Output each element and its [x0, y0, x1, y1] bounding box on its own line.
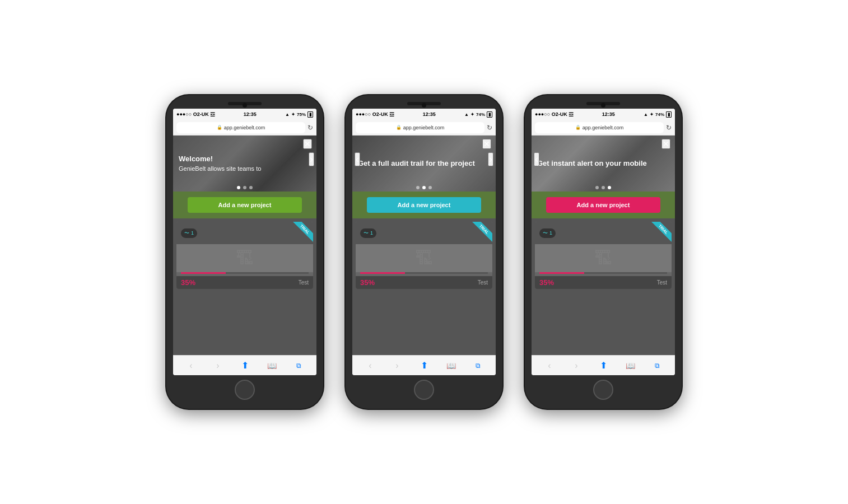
home-button-2[interactable]	[414, 380, 434, 400]
home-button-1[interactable]	[235, 380, 255, 400]
project-thumb-icon-3: 🏗	[594, 248, 612, 269]
project-name-2: Test	[478, 279, 488, 286]
promo-cta-row-1: Add a new project	[173, 192, 316, 218]
forward-button-3[interactable]: ›	[567, 357, 585, 375]
url-input-1[interactable]: 🔒 app.geniebelt.com	[176, 122, 305, 133]
phone-screen-1: ●●●○○ O2-UK ☲ 12:35 ▲ ✦ 75% ▮ 🔒 app.geni…	[173, 109, 316, 375]
address-bar-2: 🔒 app.geniebelt.com ↻	[352, 120, 496, 136]
prev-button-2[interactable]: ‹	[355, 152, 360, 166]
project-footer-2: 35% Test	[356, 276, 492, 289]
add-project-button-2[interactable]: Add a new project	[367, 197, 482, 213]
lock-icon-3: 🔒	[575, 125, 581, 130]
promo-text-1: Welcome! GenieBelt allows site teams to	[173, 136, 316, 192]
activity-count-1: 1	[191, 230, 194, 236]
phone-3: ●●●○○ O2-UK ☲ 12:35 ▲ ✦ 74% ▮ 🔒 app.geni…	[525, 95, 682, 409]
home-button-3[interactable]	[593, 380, 613, 400]
lock-icon-2: 🔒	[396, 125, 402, 130]
prev-button-3[interactable]: ‹	[534, 152, 539, 166]
back-button-3[interactable]: ‹	[541, 357, 558, 375]
promo-subtitle-3: Get instant alert on your mobile	[537, 159, 657, 169]
add-project-button-1[interactable]: Add a new project	[188, 197, 302, 213]
time-2: 12:35	[423, 111, 436, 117]
forward-button-1[interactable]: ›	[209, 357, 227, 375]
trial-label-2: TRIAL	[472, 222, 492, 242]
tabs-button-3[interactable]: ⧉	[648, 357, 666, 375]
next-button-2[interactable]: ›	[488, 152, 493, 166]
carrier-3: ●●●○○ O2-UK	[535, 111, 567, 117]
close-button-3[interactable]: ✕	[661, 139, 670, 149]
battery-icon-3: ▮	[666, 111, 672, 118]
progress-fill-3	[539, 272, 584, 274]
progress-fill-2	[360, 272, 405, 274]
battery-icon-1: ▮	[307, 111, 313, 118]
share-button-1[interactable]: ⬆	[236, 357, 254, 375]
promo-banner-2: ✕ Get a full audit trail for the project…	[352, 136, 496, 218]
dot-1-3	[249, 186, 253, 189]
dot-3-2	[602, 186, 605, 189]
dot-3-3	[608, 186, 611, 189]
bookmarks-button-2[interactable]: 📖	[442, 357, 460, 375]
refresh-icon-3[interactable]: ↻	[666, 124, 672, 132]
dot-2-1	[416, 186, 420, 189]
bookmarks-button-1[interactable]: 📖	[263, 357, 281, 375]
app-content-2: ✕ Get a full audit trail for the project…	[352, 136, 496, 355]
safari-bar-3: ‹ › ⬆ 📖 ⧉	[532, 355, 675, 375]
project-card-2[interactable]: 〜 1 TRIAL 🏗 35% Test	[356, 222, 492, 289]
phone-camera-3	[601, 103, 605, 108]
refresh-icon-1[interactable]: ↻	[307, 124, 313, 132]
share-button-2[interactable]: ⬆	[415, 357, 433, 375]
safari-bar-1: ‹ › ⬆ 📖 ⧉	[173, 355, 316, 375]
activity-badge-3: 〜 1	[539, 228, 556, 238]
tabs-button-2[interactable]: ⧉	[469, 357, 487, 375]
promo-cta-row-2: Add a new project	[352, 192, 496, 218]
address-bar-3: 🔒 app.geniebelt.com ↻	[532, 120, 675, 136]
progress-bar-2	[360, 272, 488, 274]
battery-icon-2: ▮	[487, 111, 492, 118]
location-icon-1: ▲	[285, 112, 290, 117]
url-input-3[interactable]: 🔒 app.geniebelt.com	[535, 122, 664, 133]
promo-text-2: Get a full audit trail for the project	[352, 136, 496, 192]
bluetooth-icon-3: ✦	[650, 112, 654, 117]
next-button-1[interactable]: ›	[309, 152, 314, 166]
forward-button-2[interactable]: ›	[388, 357, 406, 375]
share-button-3[interactable]: ⬆	[594, 357, 612, 375]
wifi-icon-1: ☲	[210, 111, 215, 118]
status-right-2: ▲ ✦ 74% ▮	[464, 111, 492, 118]
promo-title-1: Welcome!	[179, 155, 299, 163]
address-bar-1: 🔒 app.geniebelt.com ↻	[173, 120, 316, 136]
status-left-1: ●●●○○ O2-UK ☲	[176, 111, 215, 118]
close-button-1[interactable]: ✕	[303, 139, 312, 149]
project-card-1[interactable]: 〜 1 TRIAL 🏗 35% Test	[176, 222, 313, 289]
status-left-3: ●●●○○ O2-UK ☲	[535, 111, 574, 118]
tabs-button-1[interactable]: ⧉	[290, 357, 307, 375]
bookmarks-button-3[interactable]: 📖	[621, 357, 639, 375]
close-button-2[interactable]: ✕	[482, 139, 491, 149]
bluetooth-icon-2: ✦	[470, 112, 474, 117]
dot-1-2	[243, 186, 246, 189]
url-input-2[interactable]: 🔒 app.geniebelt.com	[356, 122, 484, 133]
dot-2-2	[422, 186, 426, 189]
activity-icon-1: 〜	[184, 230, 189, 237]
progress-bar-3	[539, 272, 667, 274]
battery-3: 74%	[655, 112, 664, 117]
trial-ribbon-2: TRIAL	[464, 222, 492, 250]
carrier-2: ●●●○○ O2-UK	[356, 111, 388, 117]
project-area-1: 〜 1 TRIAL 🏗 35% Test	[173, 218, 316, 355]
phone-screen-2: ●●●○○ O2-UK ☲ 12:35 ▲ ✦ 74% ▮ 🔒 app.geni…	[352, 109, 496, 375]
back-button-2[interactable]: ‹	[361, 357, 379, 375]
back-button-1[interactable]: ‹	[182, 357, 200, 375]
refresh-icon-2[interactable]: ↻	[487, 124, 492, 132]
add-project-button-3[interactable]: Add a new project	[546, 197, 661, 213]
progress-fill-1	[181, 272, 226, 274]
time-3: 12:35	[602, 111, 615, 117]
phone-camera-2	[422, 103, 426, 108]
project-card-3[interactable]: 〜 1 TRIAL 🏗 35% Test	[535, 222, 672, 289]
promo-banner-1: ✕ Welcome! GenieBelt allows site teams t…	[173, 136, 316, 218]
phone-1: ●●●○○ O2-UK ☲ 12:35 ▲ ✦ 75% ▮ 🔒 app.geni…	[166, 95, 323, 409]
project-footer-3: 35% Test	[535, 276, 672, 289]
status-right-1: ▲ ✦ 75% ▮	[285, 111, 313, 118]
status-bar-3: ●●●○○ O2-UK ☲ 12:35 ▲ ✦ 74% ▮	[532, 109, 675, 120]
project-thumb-icon-1: 🏗	[236, 248, 254, 269]
url-text-1: app.geniebelt.com	[224, 125, 265, 130]
trial-ribbon-3: TRIAL	[644, 222, 672, 250]
